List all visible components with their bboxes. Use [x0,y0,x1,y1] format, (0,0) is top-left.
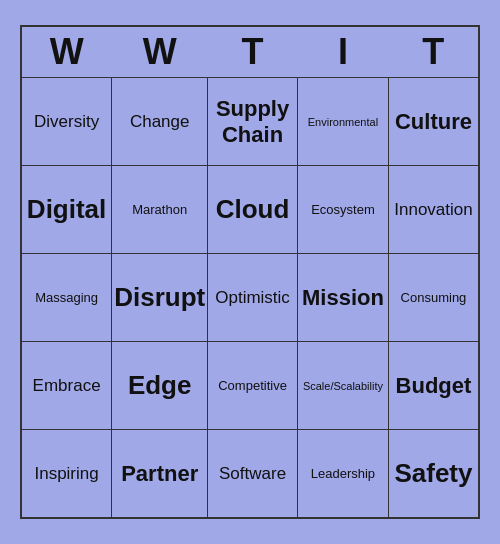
grid-cell: Software [208,430,298,518]
table-row: DiversityChangeSupply ChainEnvironmental… [21,78,479,166]
table-row: MassagingDisruptOptimisticMissionConsumi… [21,254,479,342]
grid-cell: Environmental [297,78,388,166]
grid-cell: Partner [112,430,208,518]
grid-cell: Marathon [112,166,208,254]
header-row: WWTIT [21,26,479,78]
grid-cell: Cloud [208,166,298,254]
grid-cell: Leadership [297,430,388,518]
grid-cell: Competitive [208,342,298,430]
grid-cell: Budget [388,342,479,430]
grid-cell: Digital [21,166,112,254]
header-col-4: T [388,26,479,78]
grid-cell: Culture [388,78,479,166]
grid-cell: Edge [112,342,208,430]
grid-cell: Supply Chain [208,78,298,166]
grid-cell: Change [112,78,208,166]
grid-cell: Consuming [388,254,479,342]
table-row: EmbraceEdgeCompetitiveScale/ScalabilityB… [21,342,479,430]
bingo-grid: WWTIT DiversityChangeSupply ChainEnviron… [20,25,480,519]
table-row: DigitalMarathonCloudEcosystemInnovation [21,166,479,254]
grid-cell: Ecosystem [297,166,388,254]
grid-cell: Innovation [388,166,479,254]
grid-cell: Inspiring [21,430,112,518]
grid-cell: Disrupt [112,254,208,342]
grid-cell: Diversity [21,78,112,166]
header-col-1: W [112,26,208,78]
bingo-container: WWTIT DiversityChangeSupply ChainEnviron… [20,25,480,519]
grid-cell: Embrace [21,342,112,430]
grid-cell: Massaging [21,254,112,342]
table-row: InspiringPartnerSoftwareLeadershipSafety [21,430,479,518]
grid-cell: Optimistic [208,254,298,342]
grid-cell: Mission [297,254,388,342]
header-col-3: I [297,26,388,78]
grid-cell: Scale/Scalability [297,342,388,430]
header-col-2: T [208,26,298,78]
grid-cell: Safety [388,430,479,518]
header-col-0: W [21,26,112,78]
